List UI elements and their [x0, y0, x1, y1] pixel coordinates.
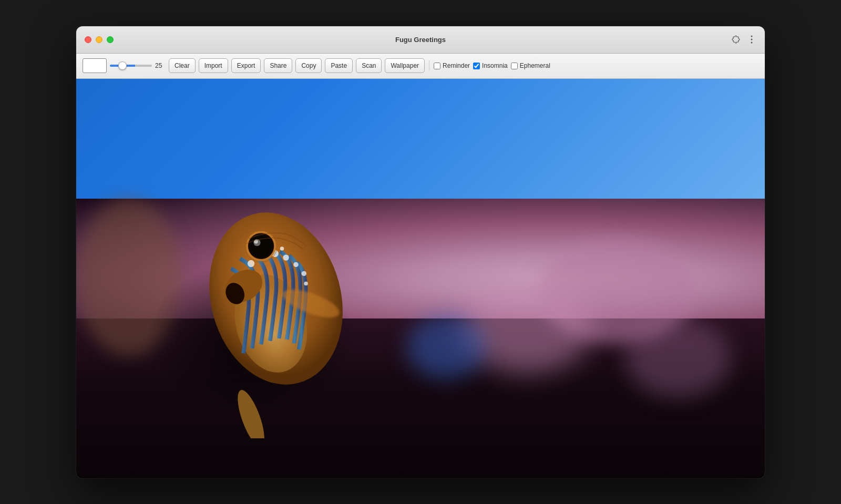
paste-button[interactable]: Paste: [325, 58, 353, 73]
reminder-label: Reminder: [443, 62, 470, 69]
svg-point-0: [751, 36, 753, 37]
svg-point-17: [280, 246, 284, 251]
insomnia-checkbox[interactable]: [473, 63, 480, 69]
separator: [429, 60, 429, 71]
coral-blob-3: [625, 318, 731, 397]
export-button[interactable]: Export: [231, 58, 261, 73]
toolbar: 25 Clear Import Export Share Copy Paste …: [76, 54, 765, 79]
reminder-checkbox-label[interactable]: Reminder: [434, 62, 470, 69]
svg-point-12: [301, 271, 306, 276]
copy-button[interactable]: Copy: [295, 58, 322, 73]
more-icon[interactable]: [747, 35, 756, 44]
insomnia-label: Insomnia: [482, 62, 508, 69]
svg-point-13: [304, 281, 308, 285]
app-window: Fugu Greetings 25: [76, 26, 765, 478]
color-swatch[interactable]: [83, 58, 107, 73]
svg-point-6: [248, 260, 254, 266]
close-button[interactable]: [85, 36, 91, 43]
slider-container: 25: [110, 62, 166, 69]
ephemeral-label: Ephemeral: [520, 62, 550, 69]
insomnia-checkbox-label[interactable]: Insomnia: [473, 62, 508, 69]
ephemeral-checkbox[interactable]: [511, 63, 518, 69]
titlebar: Fugu Greetings: [76, 26, 765, 54]
import-button[interactable]: Import: [199, 58, 228, 73]
svg-point-10: [293, 262, 299, 267]
svg-point-3: [232, 387, 270, 438]
slider-value: 25: [155, 62, 166, 69]
scan-button[interactable]: Scan: [356, 58, 382, 73]
fish-image: [131, 139, 420, 438]
minimize-button[interactable]: [96, 36, 102, 43]
window-title: Fugu Greetings: [395, 36, 446, 44]
window-controls-right: [731, 35, 756, 44]
reminder-checkbox[interactable]: [434, 63, 440, 69]
share-button[interactable]: Share: [264, 58, 292, 73]
ephemeral-checkbox-label[interactable]: Ephemeral: [511, 62, 550, 69]
size-slider[interactable]: [110, 65, 152, 67]
svg-point-9: [283, 254, 289, 260]
fish-scene: [76, 79, 765, 478]
svg-point-1: [751, 39, 753, 40]
clear-button[interactable]: Clear: [169, 58, 196, 73]
maximize-button[interactable]: [107, 36, 114, 43]
content-area[interactable]: [76, 79, 765, 478]
traffic-lights: [85, 36, 114, 43]
wallpaper-button[interactable]: Wallpaper: [385, 58, 425, 73]
svg-point-2: [751, 42, 753, 44]
extensions-icon[interactable]: [731, 35, 741, 44]
